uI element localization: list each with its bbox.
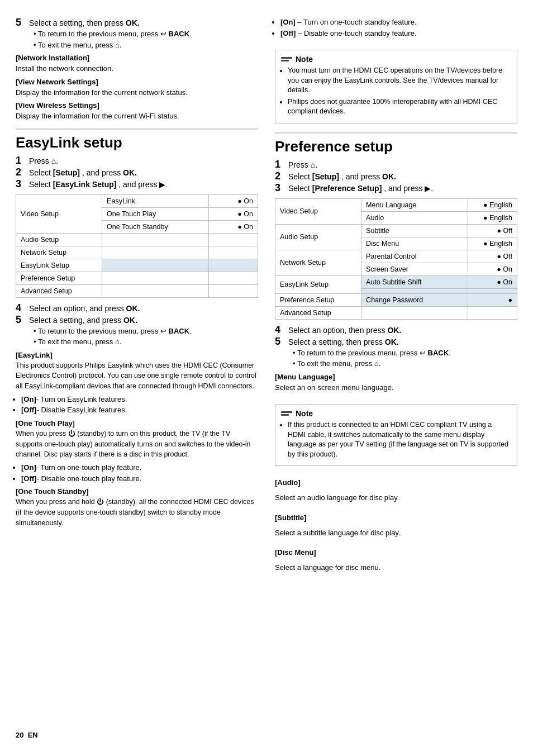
note-easylink: Note You must turn on the HDMI CEC opera… — [275, 50, 517, 123]
home-icon: ⌂ — [51, 156, 56, 165]
easylink-menu-table: Video Setup EasyLink ● On One Touch Play… — [16, 194, 258, 298]
easylink-step2: 2 Select [Setup] , and press OK. — [16, 167, 258, 178]
table-row-highlighted: EasyLink Setup — [16, 259, 258, 272]
table-row: Video Setup Menu Language ● English — [275, 198, 517, 211]
table-row-highlighted: EasyLink Setup Auto Subtitle Shift ● On — [275, 275, 517, 288]
table-row: Network Setup Parental Control ● Off — [275, 250, 517, 263]
list-item: Philips does not guarantee 100% interope… — [288, 97, 511, 117]
home-icon: ⌂ — [311, 160, 315, 169]
easylink-step4: 4 Select an option, and press OK. — [16, 302, 258, 314]
top-continuation-bullets: [On] – Turn on one-touch standby feature… — [280, 17, 517, 39]
table-row-highlighted: Preference Setup Change Password ● — [275, 293, 517, 306]
easylink-step3: 3 Select [EasyLink Setup] , and press ▶. — [16, 178, 258, 190]
pref-step-bullets: To return to the previous menu, press ↩ … — [293, 348, 517, 369]
easylink-step5: 5 Select a setting, and press OK. — [16, 314, 258, 326]
home-icon: ⌂ — [115, 337, 120, 346]
page-number: 20 EN — [16, 720, 258, 739]
note-header-2: Note — [281, 409, 511, 418]
pref-step4: 4 Select an option, then press OK. — [275, 324, 517, 336]
table-row: Network Setup — [16, 246, 258, 259]
preference-menu-table: Video Setup Menu Language ● English Audi… — [275, 198, 517, 320]
intro-step5: 5 Select a setting, then press OK. — [16, 17, 258, 28]
easylink-step1: 1 Press ⌂. — [16, 155, 258, 167]
table-row: Audio Setup Subtitle ● Off — [275, 224, 517, 237]
intro-bullets: To return to the previous menu, press ↩ … — [34, 28, 258, 50]
pref-step5: 5 Select a setting, then press OK. — [275, 336, 517, 348]
back-icon: ↩ — [160, 30, 166, 38]
easylink-title: EasyLink setup — [16, 129, 258, 151]
right-column: [On] – Turn on one-touch standby feature… — [275, 17, 517, 739]
pref-step3: 3 Select [Preference Setup] , and press … — [275, 182, 517, 194]
pref-step1: 1 Press ⌂. — [275, 159, 517, 170]
preference-section: Preference setup 1 Press ⌂. 2 Select [Se… — [275, 132, 517, 396]
list-item: You must turn on the HDMI CEC operations… — [288, 66, 511, 96]
back-icon: ↩ — [420, 349, 428, 357]
home-icon: ⌂ — [374, 359, 379, 368]
preference-title: Preference setup — [275, 132, 517, 155]
home-icon: ⌂ — [115, 41, 120, 49]
table-row: Advanced Setup — [16, 284, 258, 297]
pref-step2: 2 Select [Setup] , and press OK. — [275, 170, 517, 182]
intro-section: 5 Select a setting, then press OK. To re… — [16, 17, 258, 124]
table-row: Advanced Setup — [275, 306, 517, 319]
note-preference: Note If this product is connected to an … — [275, 404, 517, 466]
note-icon — [281, 57, 292, 61]
back-icon: ↩ — [160, 327, 169, 335]
left-column: 5 Select a setting, then press OK. To re… — [16, 17, 258, 739]
note-icon-2 — [281, 411, 292, 416]
table-row: Audio Setup — [16, 233, 258, 246]
easylink-step-bullets: To return to the previous menu, press ↩ … — [34, 326, 258, 348]
table-row: Video Setup EasyLink ● On — [16, 194, 258, 207]
easylink-section: EasyLink setup 1 Press ⌂. 2 Select [Setu… — [16, 129, 258, 531]
list-item: If this product is connected to an HDMI … — [288, 420, 511, 459]
note-header: Note — [281, 55, 511, 64]
table-row: Preference Setup — [16, 272, 258, 284]
